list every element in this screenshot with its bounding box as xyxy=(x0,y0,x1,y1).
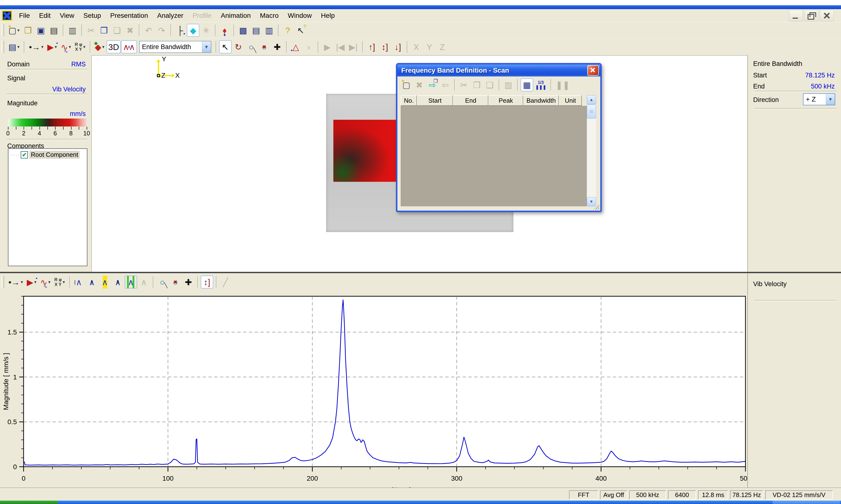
new-measurement-button[interactable]: ▢✶▾ xyxy=(7,24,21,37)
spectrum-chart[interactable]: 010020030040050000.511.5Frequency [ kHz … xyxy=(0,290,748,488)
spectrum-view-button[interactable]: ∧∧∧ xyxy=(121,40,137,53)
colorbar-tick xyxy=(16,127,16,130)
menu-setup[interactable]: Setup xyxy=(79,10,106,21)
scroll-down-icon[interactable]: ▼ xyxy=(587,197,596,206)
zoom-off-button[interactable]: ○✖ xyxy=(258,40,271,53)
menu-window[interactable]: Window xyxy=(283,10,316,21)
restore-button[interactable] xyxy=(804,10,818,21)
video-diamond-button[interactable]: ◆ xyxy=(187,24,199,37)
window-layout-button[interactable]: ▤▾ xyxy=(7,40,21,53)
magnitude-unit[interactable]: mm/s xyxy=(70,110,86,118)
measurement-points-button[interactable]: ▶▪▾ xyxy=(46,40,58,53)
chevron-down-icon[interactable]: ▼ xyxy=(826,94,835,105)
measurement-mode-button[interactable]: ♦♦ xyxy=(218,24,231,37)
toolbar-grip[interactable] xyxy=(1,41,4,53)
column-header-peak[interactable]: Peak xyxy=(488,95,523,106)
pan-button[interactable]: ✚ xyxy=(182,275,195,289)
start-value[interactable]: 78.125 Hz xyxy=(805,72,835,79)
save-button[interactable]: ▣ xyxy=(35,24,47,37)
menu-file[interactable]: File xyxy=(14,10,34,21)
bandwidth-select[interactable]: Entire Bandwidth▼ xyxy=(139,41,211,53)
spectrum-style-button[interactable]: ∿∿▾ xyxy=(38,275,52,289)
spectrum-style-button[interactable]: ∿∿▾ xyxy=(59,40,72,53)
harmonics-cursor-button[interactable]: ∧‖ xyxy=(112,275,124,289)
end-value[interactable]: 500 kHz xyxy=(811,83,835,90)
dialog-titlebar[interactable]: Frequency Band Definition - Scan xyxy=(397,65,600,76)
column-header-start[interactable]: Start xyxy=(417,95,453,106)
help-button[interactable]: ? xyxy=(281,24,294,37)
context-help-button[interactable]: ↖? xyxy=(294,24,307,37)
line-cursor-button[interactable]: ∧| xyxy=(73,275,85,289)
open-button[interactable]: ❐ xyxy=(22,24,34,37)
zoom-off-button[interactable]: ○✖ xyxy=(169,275,182,289)
close-button[interactable] xyxy=(820,10,834,21)
scrollbar[interactable]: ▲ ▼ xyxy=(587,95,596,206)
mesh-edit-button[interactable]: △▪ xyxy=(290,40,302,53)
toolbar-grip[interactable] xyxy=(1,24,4,36)
band-table-body[interactable] xyxy=(401,106,587,206)
complex-display-button[interactable]: R φX Y▾ xyxy=(73,40,87,53)
start-button-sliver[interactable] xyxy=(0,501,58,504)
scale-down-button[interactable]: ↓] xyxy=(392,40,404,53)
tile-vertical-button[interactable]: ▥ xyxy=(263,24,275,37)
component-label[interactable]: Root Component xyxy=(29,151,80,159)
select-cursor-button[interactable]: ↖ xyxy=(219,40,231,53)
new-band-button[interactable]: ▢✶ xyxy=(400,78,413,91)
menu-analyzer[interactable]: Analyzer xyxy=(153,10,188,21)
taskbar-button-sliver[interactable] xyxy=(773,501,840,504)
view-3d-button[interactable]: 3D xyxy=(107,40,121,53)
link-data-button[interactable]: •→▾ xyxy=(27,40,45,53)
copy-to-scan-button[interactable]: ⇨❐ xyxy=(426,78,439,91)
signal-value[interactable]: Vib Velocity xyxy=(52,86,86,93)
menu-animation[interactable]: Animation xyxy=(216,10,255,21)
menu-view[interactable]: View xyxy=(55,10,79,21)
column-header-unit[interactable]: Unit xyxy=(559,95,582,106)
column-header-no[interactable]: No. xyxy=(401,95,417,106)
scan-tree-button[interactable]: ├▪ xyxy=(174,24,186,37)
minimize-button[interactable] xyxy=(789,10,803,21)
component-checkbox[interactable]: ✔ xyxy=(21,151,28,159)
toolbar-separator xyxy=(286,41,287,53)
y-scale-button[interactable]: ↕] xyxy=(201,275,213,289)
zoom-in-button[interactable]: ○╲ xyxy=(245,40,258,53)
scrollbar-thumb[interactable] xyxy=(587,105,596,119)
color-surface-button[interactable]: ◆◆▾ xyxy=(93,40,106,53)
menu-edit[interactable]: Edit xyxy=(34,10,55,21)
tile-horizontal-button[interactable]: ▤ xyxy=(250,24,262,37)
band-cursor-button[interactable]: ∧ xyxy=(99,275,111,289)
domain-value[interactable]: RMS xyxy=(71,60,86,68)
measurement-points-button[interactable]: ▶▪▾ xyxy=(25,275,38,289)
report-button[interactable]: ▤ xyxy=(48,24,60,37)
link-data-button[interactable]: •→▾ xyxy=(7,275,24,289)
scale-up-button[interactable]: ↑] xyxy=(366,40,378,53)
zoom-in-button[interactable]: ○╲ xyxy=(156,275,169,289)
scale-auto-button[interactable]: ↕] xyxy=(379,40,391,53)
complex-display-button[interactable]: R φX Y▾ xyxy=(53,275,67,289)
pan-button[interactable]: ✚ xyxy=(271,40,284,53)
dialog-close-button[interactable] xyxy=(587,65,599,76)
direction-value: + Z xyxy=(804,95,826,103)
chevron-down-icon[interactable]: ▼ xyxy=(202,41,211,52)
print-button[interactable]: ▥ xyxy=(66,24,79,37)
scroll-up-icon[interactable]: ▲ xyxy=(587,95,596,104)
third-octave-button[interactable]: 1/3❚❚❚ xyxy=(534,78,548,91)
column-header-end[interactable]: End xyxy=(453,95,488,106)
column-header-bandwidth[interactable]: Bandwidth xyxy=(523,95,559,106)
copy-button[interactable]: ❐ xyxy=(98,24,110,37)
toolbar-separator xyxy=(499,79,499,91)
peak-cursor-button[interactable]: ∧| xyxy=(86,275,98,289)
cascade-windows-button[interactable]: ▩ xyxy=(237,24,250,37)
direction-select[interactable]: + Z ▼ xyxy=(803,93,835,105)
rotate-view-button[interactable]: ↻ xyxy=(232,40,244,53)
menu-presentation[interactable]: Presentation xyxy=(106,10,153,21)
frequency-band-button[interactable]: ∧ xyxy=(125,275,137,289)
toolbar-grip[interactable] xyxy=(1,276,4,288)
cut-button: ✂ xyxy=(85,24,97,37)
status-cell: Avg Off xyxy=(600,490,627,500)
table-view-button[interactable]: ▦ xyxy=(521,78,533,91)
tree-item[interactable]: ·····✔Root Component xyxy=(10,151,87,159)
delete-band-button: ✖ xyxy=(413,78,426,91)
menu-help[interactable]: Help xyxy=(316,10,339,21)
menu-macro[interactable]: Macro xyxy=(255,10,283,21)
toolbar-separator xyxy=(215,24,216,36)
